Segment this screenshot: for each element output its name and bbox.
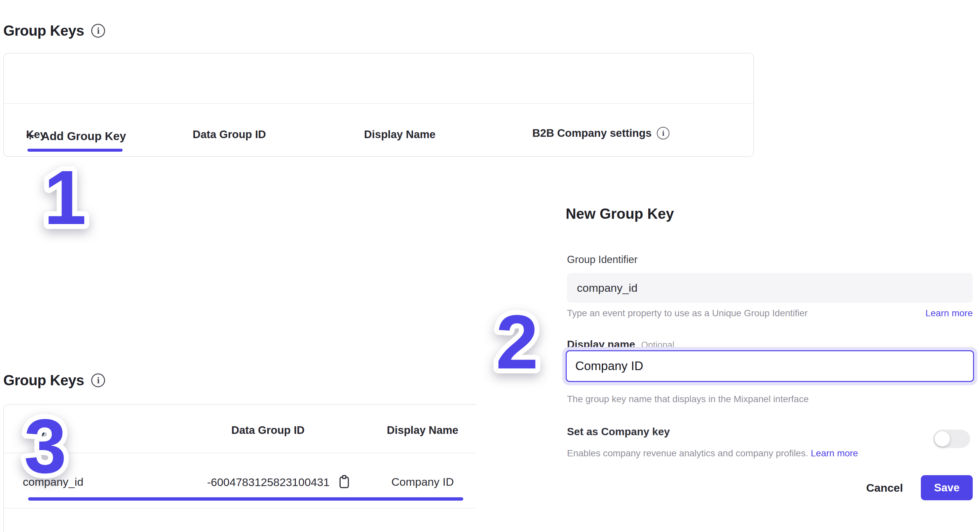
page-title: Group Keys (3, 372, 84, 389)
b2b-settings-label: B2B Company settings (532, 127, 652, 139)
company-key-toggle[interactable] (933, 430, 970, 448)
column-header-b2b-settings: B2B Company settings i (532, 127, 670, 139)
group-keys-setup-tutorial: Group Keys i Key Data Group ID Display N… (0, 0, 980, 532)
info-icon[interactable]: i (657, 127, 670, 139)
save-button[interactable]: Save (921, 475, 973, 500)
svg-text:1: 1 (44, 155, 86, 240)
learn-more-link[interactable]: Learn more (926, 308, 973, 319)
form-actions: Cancel Save (567, 475, 973, 500)
step-2-badge: 2 (468, 286, 566, 385)
company-key-label: Set as Company key (567, 425, 670, 438)
page-title: Group Keys (3, 22, 84, 39)
new-group-key-title: New Group Key (566, 205, 674, 222)
step3-highlight-underline (28, 497, 463, 501)
toggle-knob (935, 431, 950, 446)
company-key-helper: Enables company revenue analytics and co… (567, 448, 858, 459)
group-keys-table-empty: Key Data Group ID Display Name B2B Compa… (3, 53, 754, 157)
group-identifier-label: Group Identifier (567, 254, 638, 266)
row-data-group-id-cell: -6004783125823100431 (207, 474, 351, 490)
table-row-divider (4, 508, 476, 508)
row-key-cell: company_id (23, 476, 83, 488)
company-key-helper-text: Enables company revenue analytics and co… (567, 448, 808, 458)
display-name-focus-ring (562, 347, 977, 385)
info-icon[interactable]: i (91, 373, 105, 387)
svg-text:2: 2 (496, 299, 538, 385)
group-identifier-input[interactable] (567, 273, 973, 303)
group-identifier-helper: Type an event property to use as a Uniqu… (567, 308, 808, 319)
group-keys-header-1: Group Keys i (3, 22, 105, 39)
add-group-key-label: Add Group Key (41, 129, 126, 143)
table-header-divider (4, 103, 753, 104)
row-display-name-cell: Company ID (391, 476, 454, 488)
cancel-button[interactable]: Cancel (866, 481, 903, 494)
plus-icon: + (26, 128, 35, 143)
step1-highlight-underline (27, 149, 123, 152)
column-header-display-name: Display Name (364, 128, 436, 141)
column-header-data-group-id: Data Group ID (231, 424, 305, 436)
info-icon[interactable]: i (91, 24, 105, 38)
display-name-helper: The group key name that displays in the … (567, 394, 809, 405)
column-header-key: Key (26, 424, 46, 436)
display-name-input[interactable] (566, 350, 974, 382)
table-header-divider (4, 453, 476, 453)
group-keys-header-2: Group Keys i (3, 372, 105, 389)
copy-icon[interactable] (337, 474, 350, 490)
column-header-display-name: Display Name (387, 424, 458, 436)
add-group-key-button[interactable]: + Add Group Key (26, 129, 126, 143)
group-keys-table-filled: Key Data Group ID Display Name company_i… (3, 404, 476, 532)
learn-more-link[interactable]: Learn more (811, 448, 858, 458)
data-group-id-value: -6004783125823100431 (207, 476, 330, 489)
column-header-data-group-id: Data Group ID (192, 128, 266, 141)
group-identifier-helper-row: Type an event property to use as a Uniqu… (567, 308, 973, 319)
